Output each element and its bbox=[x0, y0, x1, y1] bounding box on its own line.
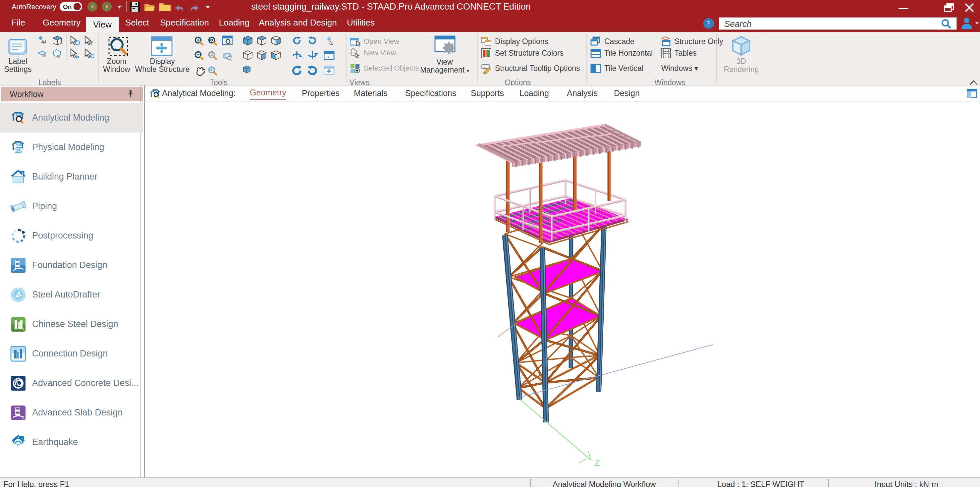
svg-text:a: a bbox=[22, 416, 24, 420]
svg-text:?: ? bbox=[706, 19, 710, 28]
svg-text:n°: n° bbox=[326, 54, 330, 59]
svg-text:Z: Z bbox=[595, 458, 600, 468]
svg-text:a: a bbox=[22, 327, 24, 331]
